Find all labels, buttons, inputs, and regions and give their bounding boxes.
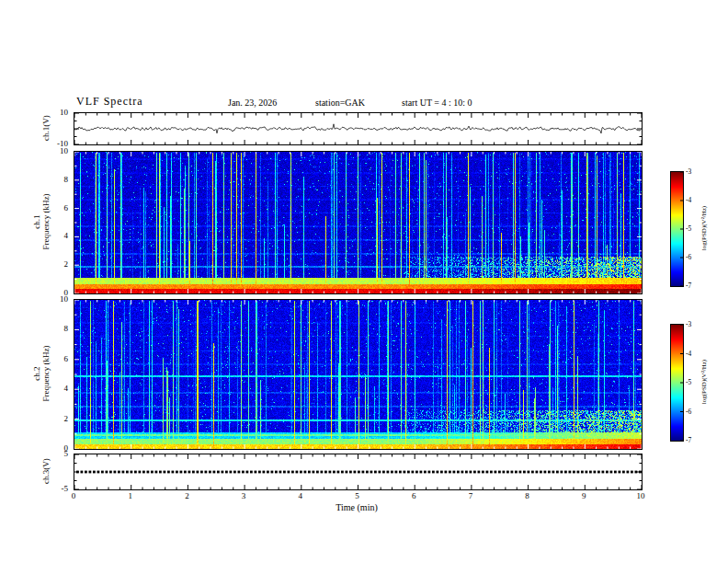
- x-tick-label: 2: [185, 491, 189, 500]
- ch2-frequency-axis-label: ch.2 Frequency (kHz): [32, 345, 51, 401]
- colorbar-tick-label: -5: [686, 378, 691, 386]
- colorbar-tick-label: -6: [686, 253, 691, 261]
- date-label: Jan. 23, 2026: [228, 98, 277, 108]
- y-tick-label: 10: [60, 108, 68, 117]
- x-tick-label: 5: [355, 491, 359, 500]
- y-tick-label: 5: [64, 449, 69, 458]
- y-tick-label: 10: [60, 146, 68, 155]
- y-tick-label: 8: [64, 324, 69, 333]
- ch2-spectrogram-panel: [74, 299, 643, 450]
- x-tick-label: 7: [469, 491, 473, 500]
- ch2-channel-label: ch.2: [32, 345, 41, 401]
- y-tick-label: 2: [64, 414, 69, 423]
- colorbar-tick-label: -7: [686, 436, 691, 444]
- colorbar-ch1: [670, 171, 684, 287]
- vlf-spectra-figure: VLF Spectra Jan. 23, 2026 station=GAK st…: [0, 0, 728, 563]
- time-axis-label: Time (min): [336, 502, 377, 512]
- y-tick-label: 10: [60, 294, 68, 304]
- colorbar-tick-label: -3: [686, 320, 691, 328]
- ch1-voltage-axis-label: ch.1(V): [41, 115, 51, 141]
- x-tick-label: 0: [72, 491, 76, 500]
- x-tick-label: 6: [412, 491, 416, 500]
- plot-title: VLF Spectra: [76, 95, 143, 109]
- colorbar-tick-label: -3: [686, 167, 691, 176]
- colorbar2-units-label: log(PSD)(V²/Hz): [700, 360, 709, 404]
- y-tick-label: 4: [64, 231, 69, 240]
- colorbar-tick-label: -7: [686, 282, 691, 290]
- ch3-waveform-panel: [74, 454, 643, 490]
- colorbar-tick-label: -4: [686, 196, 691, 204]
- ch2-frequency-label: Frequency (kHz): [41, 345, 51, 401]
- y-tick-label: 4: [64, 384, 69, 393]
- y-tick-label: 6: [64, 354, 69, 363]
- colorbar1-units-label: log(PSD)(V²/Hz): [700, 206, 709, 250]
- y-tick-label: 2: [64, 259, 69, 269]
- x-tick-label: 3: [242, 491, 246, 500]
- colorbar-tick-label: -5: [686, 224, 691, 233]
- y-tick-label: 8: [64, 175, 69, 184]
- ch3-voltage-axis-label: ch.3(V): [41, 458, 51, 484]
- ch1-spectrogram-panel: [74, 151, 643, 294]
- colorbar-ch2: [670, 324, 684, 442]
- ch1-channel-label: ch.1: [32, 193, 41, 249]
- y-tick-label: 6: [64, 203, 69, 213]
- x-tick-label: 10: [637, 491, 645, 500]
- colorbar-tick-label: -4: [686, 349, 691, 357]
- x-tick-label: 9: [582, 491, 586, 500]
- ch1-frequency-label: Frequency (kHz): [41, 193, 51, 249]
- y-tick-label: -5: [62, 484, 69, 493]
- ch1-waveform-panel: [74, 112, 643, 145]
- x-tick-label: 4: [299, 491, 303, 500]
- x-tick-label: 1: [128, 491, 132, 500]
- colorbar-tick-label: -6: [686, 407, 691, 415]
- start-ut-label: start UT = 4 : 10: 0: [402, 98, 472, 108]
- station-label: station=GAK: [315, 98, 365, 108]
- ch1-frequency-axis-label: ch.1 Frequency (kHz): [32, 193, 51, 249]
- x-tick-label: 8: [525, 491, 529, 500]
